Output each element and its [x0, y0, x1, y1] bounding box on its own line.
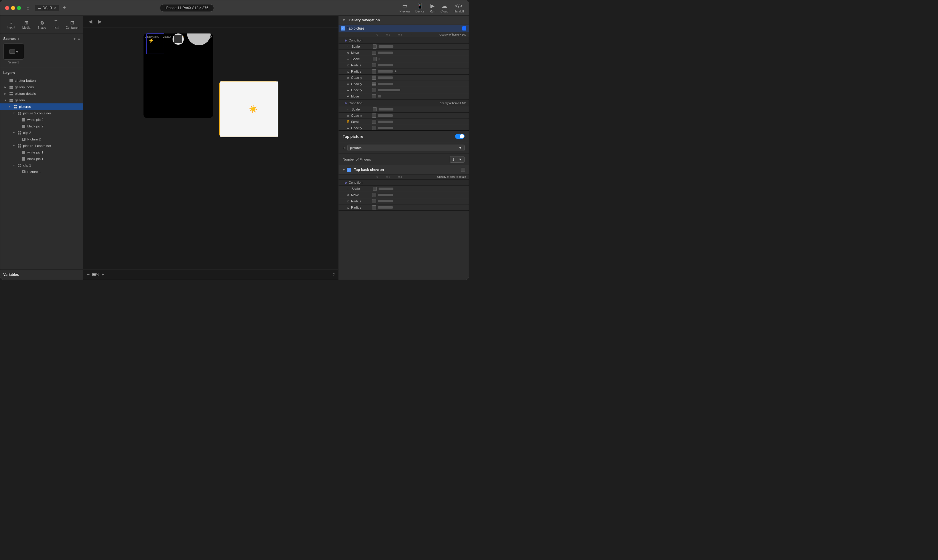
anim-radius-2: ⊙ Radius + — [339, 68, 469, 75]
radius-icon-2: ⊙ — [347, 70, 349, 73]
tab-close-icon[interactable]: ✕ — [54, 6, 56, 9]
tb-radius-check-2[interactable] — [372, 205, 376, 209]
anim-radius-bar-1 — [378, 64, 393, 66]
anim-move-check-1[interactable] — [372, 51, 376, 55]
anim-scale-c2-check[interactable] — [373, 107, 377, 111]
tap-picture-title: Tap picture — [343, 134, 455, 138]
shape-tool[interactable]: ◎ Shape — [34, 18, 50, 31]
tap-back-enabled[interactable] — [461, 168, 465, 172]
anim-opacity-check-3[interactable] — [372, 88, 376, 92]
zoom-out-button[interactable]: − — [87, 272, 89, 277]
tap-back-condition-label: Condition — [349, 181, 362, 184]
expand-picture-details[interactable]: ▶ — [5, 92, 8, 95]
layer-white-pic-1[interactable]: white pic 1 — [0, 149, 83, 155]
opacity-label-2: Opacity of home ≠ 100 — [440, 102, 467, 105]
anim-move-1: ✥ Move — [339, 50, 469, 56]
layer-pictures-label: pictures — [19, 105, 31, 108]
layer-shutter-button[interactable]: shutter button — [0, 77, 83, 84]
preview-button[interactable]: ▭ Preview — [399, 3, 410, 13]
text-tool[interactable]: T Text — [50, 18, 62, 31]
maximize-button[interactable] — [17, 6, 21, 10]
collapse-tap-back[interactable]: ▼ — [342, 168, 346, 172]
minimize-button[interactable] — [11, 6, 15, 10]
variables-section: Variables — [0, 269, 83, 280]
t-mark-02: 0.2 — [386, 33, 390, 36]
expand-picture1[interactable]: ▼ — [13, 145, 16, 147]
fingers-select[interactable]: 1 ▼ — [450, 156, 465, 163]
shutter-button[interactable] — [173, 34, 184, 45]
tb-radius-check-1[interactable] — [372, 199, 376, 203]
import-tool[interactable]: ↓ Import — [3, 18, 18, 31]
layer-picture-details-label: picture details — [15, 92, 36, 95]
anim-opacity-c2b-label: Opacity — [351, 126, 370, 130]
run-button[interactable]: ▶ Run — [430, 3, 435, 13]
titlebar-right: ▭ Preview 📱 Device ▶ Run ☁ Cloud </> Han… — [399, 3, 464, 13]
anim-scale-c2: ↔ Scale — [339, 106, 469, 112]
layer-black-pic-1[interactable]: black pic 1 — [0, 155, 83, 162]
expand-clip2[interactable]: ▼ — [13, 132, 16, 134]
anim-radius-check-1[interactable] — [372, 63, 376, 67]
dslr-tab[interactable]: ☁ DSLR ✕ — [35, 5, 59, 11]
layer-picture2-container[interactable]: ▼ picture 2 container — [0, 110, 83, 117]
layer-clip-2[interactable]: ▼ clip 2 — [0, 129, 83, 136]
device-selector[interactable]: iPhone 11 Pro/X 812 × 375 — [160, 4, 214, 12]
layer-gallery-icons[interactable]: ▶ gallery icons — [0, 84, 83, 90]
anim-opacity-check-2[interactable]: — — [372, 82, 376, 86]
help-button[interactable]: ? — [333, 272, 335, 277]
anim-scale-check-1[interactable] — [373, 45, 377, 49]
anim-move-check-2[interactable] — [372, 94, 376, 98]
t-mark-dots: ··· — [410, 33, 413, 36]
tb-move-check[interactable] — [372, 193, 376, 197]
nav-back-button[interactable]: ◀ — [87, 18, 94, 25]
media-tool[interactable]: ⊞ Media — [18, 18, 34, 31]
anim-opacity-c2-check[interactable] — [372, 114, 376, 118]
add-tab-button[interactable]: + — [63, 5, 66, 11]
home-icon[interactable]: ⌂ — [26, 5, 29, 11]
target-dropdown[interactable]: pictures ▼ — [347, 145, 465, 151]
collapse-gallery-nav[interactable]: ▼ — [342, 18, 346, 22]
nav-forward-button[interactable]: ▶ — [96, 18, 103, 25]
tap-picture-enabled[interactable] — [462, 26, 466, 31]
expand-gallery-icons[interactable]: ▶ — [5, 86, 8, 89]
scenes-menu-button[interactable]: ≡ — [78, 37, 80, 41]
anim-radius-check-2[interactable] — [372, 69, 376, 74]
scene-1-thumb[interactable]: Scene 1 — [3, 43, 24, 64]
tap-back-checkbox[interactable]: ✓ — [347, 168, 351, 172]
layer-picture-1[interactable]: Picture 1 — [0, 169, 83, 175]
container-label: Container — [66, 26, 79, 29]
tap-picture-checkbox[interactable]: ✓ — [341, 26, 345, 31]
layer-picture-2[interactable]: Picture 2 — [0, 136, 83, 143]
layer-gallery[interactable]: ▼ gallery — [0, 97, 83, 103]
tap-picture-toggle[interactable] — [455, 134, 465, 139]
handoff-button[interactable]: </> Handoff — [454, 3, 464, 13]
close-button[interactable] — [5, 6, 9, 10]
expand-gallery[interactable]: ▼ — [5, 99, 8, 102]
condition-1-label: Condition — [349, 38, 362, 42]
anim-scroll-c2: S Scroll — [339, 119, 469, 125]
anim-scroll-check[interactable] — [372, 120, 376, 124]
titlebar: ⌂ ☁ DSLR ✕ + iPhone 11 Pro/X 812 × 375 ▭… — [0, 0, 469, 16]
tb-radius-bar-1 — [378, 200, 393, 202]
layer-picture-details[interactable]: ▶ picture details — [0, 90, 83, 97]
anim-opacity-check-1[interactable]: — — [372, 75, 376, 80]
add-scene-button[interactable]: + — [74, 37, 75, 41]
left-panel: ↓ Import ⊞ Media ◎ Shape T Text ⊡ Cont — [0, 16, 83, 280]
cloud-button[interactable]: ☁ Cloud — [441, 3, 448, 13]
condition-icon-2: ⊕ — [345, 102, 347, 105]
zoom-in-button[interactable]: + — [102, 272, 104, 277]
device-button[interactable]: 📱 Device — [415, 3, 425, 13]
layer-picture1-container[interactable]: ▼ picture 1 container — [0, 143, 83, 149]
layer-white-pic-2[interactable]: white pic 2 — [0, 117, 83, 123]
expand-picture2[interactable]: ▼ — [13, 112, 16, 115]
layer-clip-1[interactable]: ▼ clip 1 — [0, 162, 83, 169]
anim-opacity-c2b-check[interactable] — [372, 126, 376, 130]
expand-pictures[interactable]: ▼ — [9, 106, 12, 108]
anim-scale-c2-bar — [379, 108, 393, 111]
layer-black-pic-2[interactable]: black pic 2 — [0, 123, 83, 129]
expand-clip1[interactable]: ▼ — [13, 164, 16, 167]
tap-picture-row[interactable]: ✓ Tap picture — [339, 25, 469, 32]
tb-scale-check[interactable] — [373, 187, 377, 191]
anim-scale-check-2[interactable] — [373, 57, 377, 61]
container-tool[interactable]: ⊡ Container — [62, 18, 82, 31]
layer-pictures[interactable]: ▼ pictures — [0, 103, 83, 110]
